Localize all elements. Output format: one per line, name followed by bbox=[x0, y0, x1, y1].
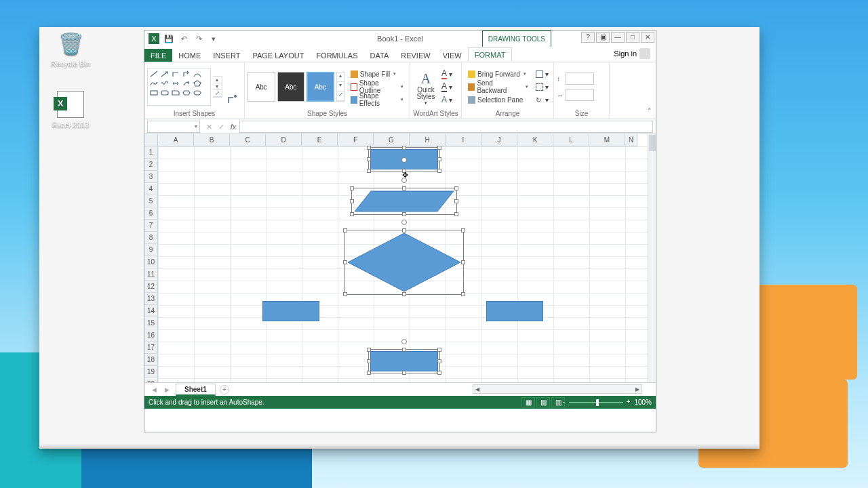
row-6[interactable]: 6 bbox=[144, 207, 158, 220]
redo-icon[interactable]: ↷ bbox=[193, 33, 204, 44]
quick-styles-button[interactable]: A Quick Styles▾ bbox=[413, 68, 439, 106]
tab-home[interactable]: HOME bbox=[172, 49, 207, 62]
row-11[interactable]: 11 bbox=[144, 268, 158, 281]
shape-curved-arrow-icon[interactable] bbox=[182, 79, 191, 87]
flowchart-process-left[interactable] bbox=[262, 301, 319, 321]
col-A[interactable]: A bbox=[158, 134, 194, 146]
shape-curve-icon[interactable] bbox=[193, 70, 202, 78]
shape-elbow-icon[interactable] bbox=[171, 70, 180, 78]
row-1[interactable]: 1 bbox=[144, 146, 158, 159]
tab-pagelayout[interactable]: PAGE LAYOUT bbox=[246, 49, 310, 62]
shape-arrow-icon[interactable] bbox=[160, 70, 170, 78]
col-B[interactable]: B bbox=[194, 134, 230, 146]
shape-style-3[interactable]: Abc bbox=[307, 72, 334, 102]
sheet-nav-prev[interactable]: ◀ bbox=[150, 386, 159, 393]
col-J[interactable]: J bbox=[481, 134, 517, 146]
shape-height-input[interactable] bbox=[566, 73, 594, 85]
edit-shape-button[interactable] bbox=[224, 68, 241, 106]
excel-app-icon[interactable]: X bbox=[149, 33, 159, 44]
tab-format[interactable]: FORMAT bbox=[468, 47, 513, 62]
view-pagelayout-button[interactable]: ▤ bbox=[536, 397, 550, 407]
col-E[interactable]: E bbox=[302, 134, 338, 146]
col-G[interactable]: G bbox=[374, 134, 410, 146]
shapes-gallery-expand[interactable]: ▴▾⤢ bbox=[213, 76, 222, 98]
row-4[interactable]: 4 bbox=[144, 183, 158, 195]
shape-elbow-arrow-icon[interactable] bbox=[182, 70, 191, 78]
horizontal-scrollbar[interactable]: ◀▶ bbox=[473, 384, 642, 394]
row-10[interactable]: 10 bbox=[144, 256, 158, 268]
cell-area[interactable]: ✥ bbox=[158, 146, 648, 382]
col-K[interactable]: K bbox=[517, 134, 553, 146]
group-button[interactable]: ▾ bbox=[534, 81, 551, 93]
shape-line-icon[interactable] bbox=[149, 70, 159, 78]
qat-customize-icon[interactable]: ▾ bbox=[208, 33, 219, 44]
shapes-gallery[interactable] bbox=[147, 68, 211, 106]
row-3[interactable]: 3 bbox=[144, 171, 158, 183]
name-box[interactable] bbox=[147, 121, 200, 133]
shape-roundrect-icon[interactable] bbox=[160, 89, 170, 97]
selection-pane-button[interactable]: Selection Pane bbox=[465, 94, 532, 106]
collapse-ribbon-icon[interactable]: ˄ bbox=[648, 107, 652, 116]
tab-formulas[interactable]: FORMULAS bbox=[310, 49, 363, 62]
desktop-recycle-bin[interactable]: 🗑️ Recycle Bin bbox=[43, 30, 98, 68]
shape-freeform-icon[interactable] bbox=[149, 79, 159, 87]
text-effects-button[interactable]: A▾ bbox=[441, 94, 453, 106]
new-sheet-button[interactable]: + bbox=[220, 385, 229, 394]
enter-formula-icon[interactable]: ✓ bbox=[215, 121, 227, 133]
tab-insert[interactable]: INSERT bbox=[207, 49, 246, 62]
col-D[interactable]: D bbox=[266, 134, 302, 146]
text-fill-button[interactable]: A▾ bbox=[441, 68, 453, 80]
row-14[interactable]: 14 bbox=[144, 305, 158, 317]
shape-style-2[interactable]: Abc bbox=[277, 72, 305, 102]
row-15[interactable]: 15 bbox=[144, 317, 158, 329]
cancel-formula-icon[interactable]: ✕ bbox=[203, 121, 215, 133]
ribbon-display-button[interactable]: ▣ bbox=[596, 32, 610, 43]
row-18[interactable]: 18 bbox=[144, 354, 158, 366]
flowchart-process-right[interactable] bbox=[486, 301, 543, 321]
maximize-button[interactable]: □ bbox=[626, 32, 639, 43]
row-12[interactable]: 12 bbox=[144, 281, 158, 293]
shape-hex-icon[interactable] bbox=[182, 89, 191, 97]
send-backward-button[interactable]: Send Backward bbox=[465, 81, 532, 93]
row-17[interactable]: 17 bbox=[144, 342, 158, 354]
shape-rect-icon[interactable] bbox=[149, 89, 159, 97]
align-button[interactable]: ▾ bbox=[534, 68, 551, 80]
signin-area[interactable]: Sign in bbox=[608, 45, 656, 62]
col-I[interactable]: I bbox=[446, 134, 481, 146]
zoom-level[interactable]: 100% bbox=[634, 399, 652, 406]
zoom-slider[interactable] bbox=[569, 402, 623, 403]
row-7[interactable]: 7 bbox=[144, 220, 158, 232]
tab-view[interactable]: VIEW bbox=[437, 49, 468, 62]
row-19[interactable]: 19 bbox=[144, 366, 158, 378]
text-outline-button[interactable]: A▾ bbox=[441, 81, 453, 93]
shape-oval-icon[interactable] bbox=[193, 89, 202, 97]
close-button[interactable]: ✕ bbox=[641, 32, 654, 43]
shape-fill-button[interactable]: Shape Fill bbox=[347, 68, 407, 80]
bring-forward-button[interactable]: Bring Forward bbox=[465, 68, 532, 80]
shape-polygon-icon[interactable] bbox=[193, 79, 202, 87]
minimize-button[interactable]: — bbox=[611, 32, 625, 43]
help-button[interactable]: ? bbox=[581, 32, 595, 43]
rotate-button[interactable]: ↻▾ bbox=[534, 94, 551, 106]
save-icon[interactable]: 💾 bbox=[163, 33, 174, 44]
shape-snip-icon[interactable] bbox=[171, 89, 180, 97]
desktop-excel-shortcut[interactable]: X Excel 2013 bbox=[43, 91, 98, 129]
row-9[interactable]: 9 bbox=[144, 244, 158, 256]
shape-outline-button[interactable]: Shape Outline bbox=[347, 81, 407, 93]
select-all-corner[interactable] bbox=[144, 134, 158, 146]
row-8[interactable]: 8 bbox=[144, 232, 158, 244]
row-2[interactable]: 2 bbox=[144, 159, 158, 171]
row-5[interactable]: 5 bbox=[144, 195, 158, 207]
vertical-scrollbar[interactable] bbox=[648, 134, 656, 382]
shape-styles-expand[interactable]: ▴▾⤢ bbox=[336, 72, 345, 102]
row-13[interactable]: 13 bbox=[144, 293, 158, 305]
col-F[interactable]: F bbox=[338, 134, 374, 146]
shape-scribble-icon[interactable] bbox=[160, 79, 170, 87]
tab-file[interactable]: FILE bbox=[144, 49, 172, 62]
col-N[interactable]: N bbox=[625, 134, 637, 146]
shape-style-1[interactable]: Abc bbox=[248, 72, 275, 102]
shape-effects-button[interactable]: Shape Effects bbox=[347, 94, 407, 106]
col-H[interactable]: H bbox=[410, 134, 446, 146]
tab-review[interactable]: REVIEW bbox=[395, 49, 436, 62]
formula-input[interactable] bbox=[239, 121, 653, 133]
